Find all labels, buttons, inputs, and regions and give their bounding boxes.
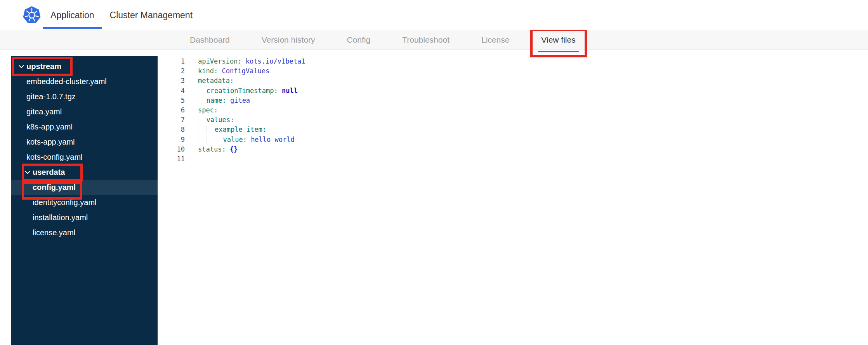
subnav: DashboardVersion historyConfigTroublesho… <box>0 30 868 50</box>
line-number: 5 <box>167 96 185 105</box>
chevron-down-icon <box>19 65 26 68</box>
code-line: 1apiVersion: kots.io/v1beta1 <box>167 57 305 66</box>
code-line-text: metadata: <box>198 76 234 86</box>
code-line-text: status: {} <box>198 145 238 154</box>
code-line: 2kind: ConfigValues <box>167 66 305 76</box>
code-line-text: apiVersion: kots.io/v1beta1 <box>198 57 305 66</box>
tree-file-config-yaml[interactable]: config.yaml <box>11 180 158 195</box>
header-tab-application[interactable]: Application <box>43 0 102 30</box>
line-number: 9 <box>167 135 185 145</box>
tree-file-k8s-app-yaml[interactable]: k8s-app.yaml <box>11 119 158 135</box>
tree-file-license-yaml[interactable]: license.yaml <box>11 225 158 240</box>
tree-file-installation-yaml[interactable]: installation.yaml <box>11 210 158 225</box>
code-line: 6spec: <box>167 105 305 115</box>
subnav-tab-label: Dashboard <box>190 35 230 45</box>
subnav-tab-troubleshoot[interactable]: Troubleshoot <box>402 30 450 49</box>
chevron-down-icon <box>25 171 33 174</box>
kubernetes-logo-icon <box>23 6 41 24</box>
code-line: 10status: {} <box>167 145 305 154</box>
tree-item-label: kots-app.yaml <box>26 138 75 147</box>
tree-folder-userdata[interactable]: userdata <box>11 165 158 180</box>
line-number: 4 <box>167 86 185 96</box>
code-line: 9 value: hello world <box>167 135 305 145</box>
tree-file-gitea-1-0-7-tgz[interactable]: gitea-1.0.7.tgz <box>11 89 158 104</box>
tree-item-label: k8s-app.yaml <box>26 122 73 131</box>
tree-item-label: embedded-cluster.yaml <box>26 77 107 86</box>
header-tab-cluster-management[interactable]: Cluster Management <box>102 0 201 30</box>
subnav-tab-config[interactable]: Config <box>347 30 370 49</box>
line-number: 6 <box>167 105 185 115</box>
header-tabs: ApplicationCluster Management <box>43 0 200 30</box>
code-line-text: values: <box>198 115 234 125</box>
subnav-tab-label: View files <box>541 35 575 45</box>
line-number: 10 <box>167 145 185 154</box>
subnav-tab-dashboard[interactable]: Dashboard <box>190 30 230 49</box>
code-line: 11 <box>167 154 305 164</box>
subnav-tab-label: License <box>481 35 509 45</box>
code-line-text: creationTimestamp: null <box>198 86 298 96</box>
tree-file-identityconfig-yaml[interactable]: identityconfig.yaml <box>11 195 158 210</box>
tree-item-label: identityconfig.yaml <box>33 198 97 207</box>
subnav-tab-label: Version history <box>262 35 315 45</box>
line-number: 11 <box>167 154 185 164</box>
code-line: 3metadata: <box>167 76 305 86</box>
tree-item-label: license.yaml <box>33 228 75 237</box>
code-line-text: value: hello world <box>198 135 295 145</box>
code-line: 7 values: <box>167 115 305 125</box>
tree-file-kots-app-yaml[interactable]: kots-app.yaml <box>11 135 158 150</box>
code-line-text: kind: ConfigValues <box>198 66 269 76</box>
tree-item-label: gitea-1.0.7.tgz <box>26 92 76 101</box>
tree-item-label: gitea.yaml <box>26 107 62 116</box>
code-line-text: example_item: <box>198 125 266 135</box>
subnav-tab-view-files[interactable]: View files <box>541 30 575 49</box>
subnav-tab-label: Troubleshoot <box>402 35 450 45</box>
line-number: 7 <box>167 115 185 125</box>
file-tree-sidebar: upstreamembedded-cluster.yamlgitea-1.0.7… <box>11 56 158 345</box>
tree-item-label: kots-config.yaml <box>26 153 83 162</box>
code-line: 5 name: gitea <box>167 96 305 105</box>
line-number: 2 <box>167 66 185 76</box>
tree-folder-upstream[interactable]: upstream <box>11 59 158 74</box>
tree-file-gitea-yaml[interactable]: gitea.yaml <box>11 104 158 119</box>
subnav-tab-license[interactable]: License <box>481 30 509 49</box>
code-line-text: spec: <box>198 105 218 115</box>
line-number: 8 <box>167 125 185 135</box>
tree-item-label: userdata <box>33 168 65 177</box>
tree-file-embedded-cluster-yaml[interactable]: embedded-cluster.yaml <box>11 74 158 89</box>
kubernetes-logo[interactable] <box>23 6 41 24</box>
line-number: 1 <box>167 57 185 66</box>
code-line-text: name: gitea <box>198 96 250 105</box>
tree-item-label: installation.yaml <box>33 213 88 222</box>
tree-file-kots-config-yaml[interactable]: kots-config.yaml <box>11 150 158 165</box>
code-line: 8 example_item: <box>167 125 305 135</box>
code-editor[interactable]: 1apiVersion: kots.io/v1beta12kind: Confi… <box>167 57 305 164</box>
tree-item-label: config.yaml <box>33 183 76 192</box>
line-number: 3 <box>167 76 185 86</box>
subnav-tab-version-history[interactable]: Version history <box>262 30 315 49</box>
app-header: ApplicationCluster Management <box>0 0 868 30</box>
subnav-tab-label: Config <box>347 35 370 45</box>
code-line: 4 creationTimestamp: null <box>167 86 305 96</box>
tree-item-label: upstream <box>26 62 61 71</box>
